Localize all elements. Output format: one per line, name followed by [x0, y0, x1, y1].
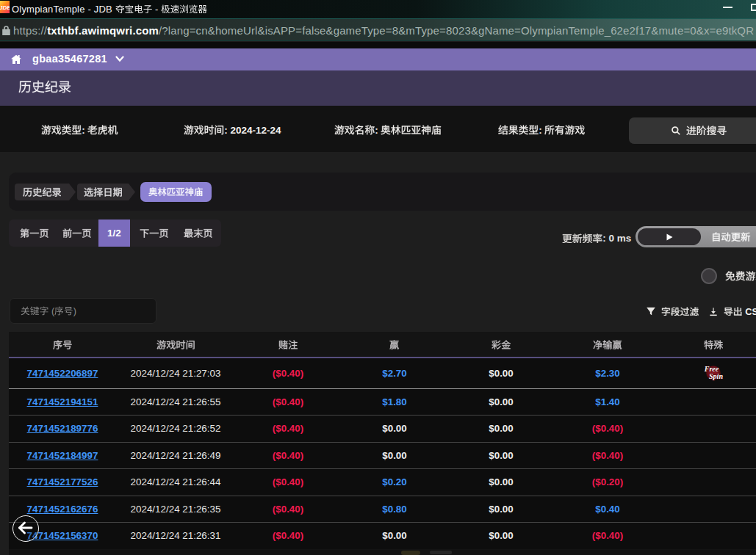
svg-text:JDB: JDB	[0, 4, 10, 11]
svg-text:Spin: Spin	[709, 372, 723, 380]
